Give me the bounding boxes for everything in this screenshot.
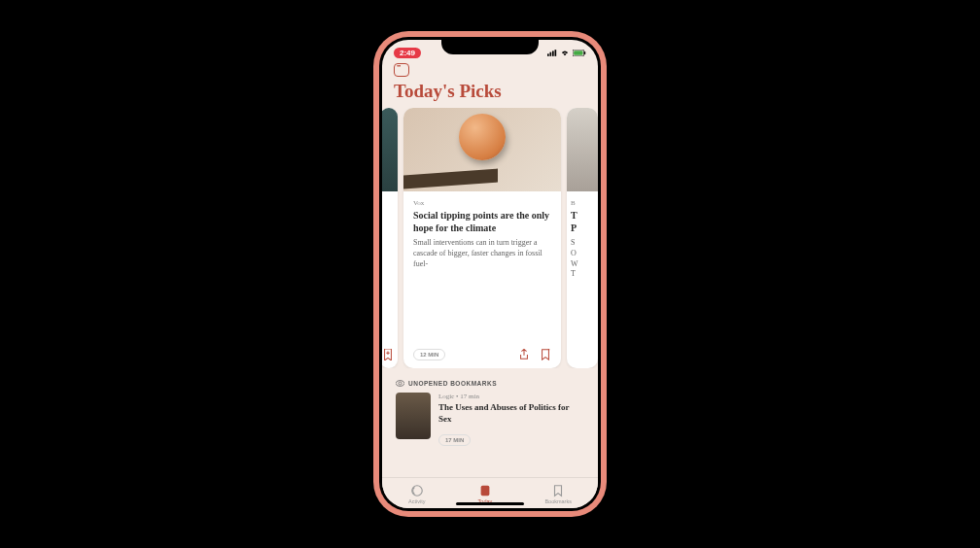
article-title: Social tipping points are the only hope … [413,209,551,234]
section-label: UNOPENED BOOKMARKS [408,380,497,387]
app-screen: 2:49 Today's Picks [382,40,598,508]
article-excerpt-fragment: S O W T [571,238,594,280]
tab-bookmarks[interactable]: Bookmarks [544,484,572,504]
page-title: Today's Picks [394,81,586,102]
article-image-egg [459,114,506,160]
eye-icon [396,380,404,387]
bookmark-add-icon[interactable] [382,349,394,360]
article-source: B [571,199,594,207]
card-footer [382,343,398,368]
cellular-icon [547,50,557,56]
article-card-main[interactable]: Vox Social tipping points are the only h… [403,108,561,368]
read-time-badge: 17 MIN [438,434,471,446]
battery-icon [573,50,586,56]
phone-frame: 2:49 Today's Picks [373,31,607,517]
svg-rect-6 [584,51,585,53]
article-source: Vox [413,199,551,207]
activity-icon [410,484,424,497]
card-image [382,108,398,191]
bookmark-add-icon[interactable] [540,349,551,360]
read-time-badge: 12 MIN [413,349,445,360]
card-image [403,108,561,191]
bookmark-meta: Logic • 17 min [438,393,584,400]
carousel[interactable]: Vox Social tipping points are the only h… [382,108,598,368]
card-footer: 12 MIN [403,343,561,368]
article-image-ledge [403,169,498,189]
today-icon [478,484,492,497]
tab-today[interactable]: Today [478,484,493,504]
tab-label: Bookmarks [544,498,572,504]
article-excerpt: Small interventions can in turn trigger … [413,238,551,269]
status-time-pill[interactable]: 2:49 [394,48,421,58]
section-header-unopened: UNOPENED BOOKMARKS [382,368,598,393]
chat-icon[interactable] [394,63,409,77]
svg-rect-5 [574,51,582,55]
card-body [382,191,398,343]
home-indicator[interactable] [456,502,524,505]
notch [441,37,539,54]
tab-activity[interactable]: Activity [408,484,425,504]
share-icon[interactable] [518,349,530,360]
article-card-prev[interactable] [382,108,398,368]
article-card-next[interactable]: B T P S O W T [567,108,598,368]
article-title-fragment: T P [571,209,594,234]
bookmark-body: Logic • 17 min The Uses and Abuses of Po… [438,393,584,446]
bookmark-icon [551,484,565,497]
bookmark-thumbnail [396,393,431,439]
svg-rect-3 [555,50,557,56]
svg-point-7 [412,486,423,497]
card-actions [518,349,551,360]
svg-rect-8 [481,486,490,497]
svg-rect-1 [550,51,552,55]
header: Today's Picks [382,61,598,108]
svg-rect-0 [547,53,549,56]
card-body: Vox Social tipping points are the only h… [403,191,561,343]
card-image [567,108,598,191]
svg-rect-2 [552,51,554,55]
bookmark-item[interactable]: Logic • 17 min The Uses and Abuses of Po… [382,393,598,446]
phone-bezel: 2:49 Today's Picks [379,37,601,511]
status-icons [547,50,586,56]
card-body: B T P S O W T [567,191,598,368]
bookmark-title: The Uses and Abuses of Politics for Sex [438,402,584,425]
tab-label: Activity [408,498,425,504]
wifi-icon [560,50,570,56]
